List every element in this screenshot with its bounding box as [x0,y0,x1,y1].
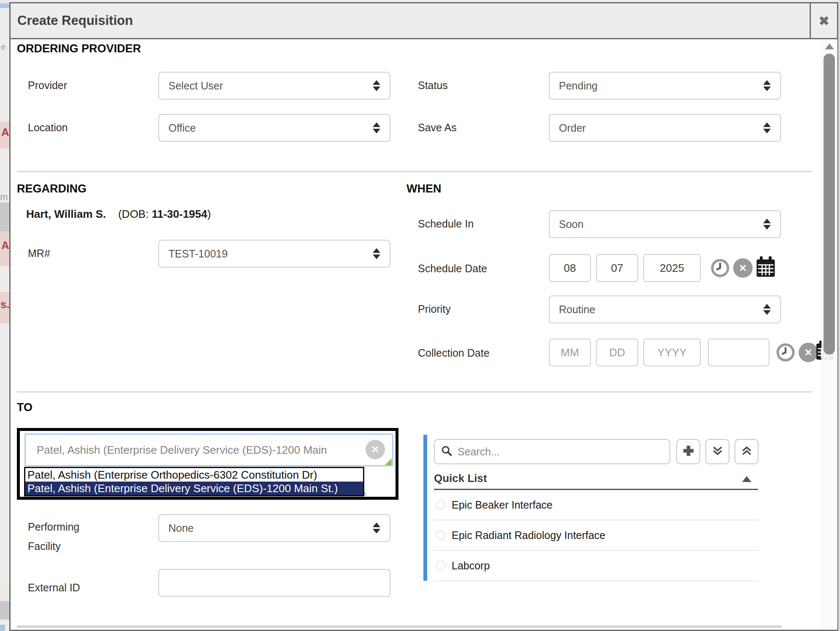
chevron-double-up-icon [740,444,753,459]
external-id-input[interactable] [158,569,390,597]
select-arrows-icon [373,122,380,133]
chevron-double-down-icon [711,444,724,459]
schedule-day-input[interactable] [596,254,638,282]
status-label: Status [418,79,448,92]
schedule-date-clear-icon[interactable] [733,258,753,278]
status-select[interactable]: Pending [549,72,781,100]
dob-close: ) [207,208,211,220]
performing-facility-label: Performing [28,521,79,533]
suggestion-item[interactable]: Patel, Ashish (Enterprise Orthopedics-63… [25,468,363,482]
section-divider [17,171,812,172]
quick-list-item[interactable]: Epic Beaker Interface [434,490,758,520]
select-arrows-icon [763,304,771,315]
screen: e A m A s. Create Requisition ✖ ORDERING… [0,0,840,631]
quick-list-collapse-icon[interactable] [742,476,751,482]
save-as-label: Save As [418,122,457,134]
select-arrows-icon [373,248,380,259]
select-arrows-icon [373,80,380,91]
schedule-date-label: Schedule Date [418,263,487,275]
plus-icon [681,444,696,460]
when-heading: WHEN [406,182,442,195]
select-arrows-icon [373,523,380,534]
priority-select[interactable]: Routine [549,295,781,323]
dob-open: (DOB: [118,208,149,220]
search-input[interactable] [457,445,664,458]
recipient-search-input[interactable] [24,433,393,466]
resize-handle[interactable] [385,458,392,465]
suggestion-item-selected[interactable]: Patel, Ashish (Enterprise Delivery Servi… [25,482,363,495]
scrollbar-thumb[interactable] [824,54,835,355]
to-heading: TO [17,401,33,414]
external-id-label: External ID [28,582,80,594]
patient-summary: Hart, William S. (DOB: 11-30-1954) [26,208,211,221]
radio-icon [436,561,446,571]
radio-icon [436,500,446,510]
performing-facility-label: Facility [28,540,61,552]
select-arrows-icon [763,219,771,230]
schedule-month-input[interactable] [549,254,591,282]
collection-month-input[interactable] [549,339,591,366]
directory-search [434,439,670,464]
expand-all-button[interactable] [705,439,729,464]
search-icon [441,445,453,458]
schedule-in-label: Schedule In [418,218,474,230]
collapse-all-button[interactable] [734,439,759,464]
mr-label: MR# [28,247,50,260]
regarding-heading: REGARDING [17,182,87,195]
schedule-time-clock-icon[interactable] [710,258,730,278]
collection-date-label: Collection Date [418,347,490,359]
select-arrows-icon [763,80,771,91]
patient-name: Hart, William S. [26,208,106,220]
collection-time-input[interactable] [708,339,770,366]
select-arrows-icon [763,122,771,133]
schedule-year-input[interactable] [643,254,701,282]
save-as-select[interactable]: Order [549,114,781,142]
recipient-suggestion-list: Patel, Ashish (Enterprise Orthopedics-63… [24,467,364,496]
schedule-in-select[interactable]: Soon [549,210,781,238]
provider-select[interactable]: Select User [158,72,390,100]
quick-list-heading: Quick List [434,472,487,485]
collection-day-input[interactable] [596,339,638,366]
footer-divider [17,626,782,628]
recipient-clear-icon[interactable] [366,440,385,459]
provider-label: Provider [28,79,67,92]
location-label: Location [28,122,68,134]
scrollbar-up-icon[interactable] [825,43,834,49]
section-divider [17,391,812,393]
dob-value: 11-30-1954 [152,208,207,220]
panel-accent-bar [423,435,427,581]
quick-list-item[interactable]: Labcorp [434,551,758,581]
ordering-provider-heading: ORDERING PROVIDER [17,42,141,55]
priority-label: Priority [418,303,451,315]
collection-year-input[interactable] [643,339,701,366]
radio-icon [436,530,446,540]
performing-facility-select[interactable]: None [158,514,390,542]
mr-select[interactable]: TEST-10019 [158,240,390,268]
quick-list-item[interactable]: Epic Radiant Radiology Interface [434,520,758,551]
add-recipient-button[interactable] [676,439,700,464]
collection-time-clock-icon[interactable] [776,343,795,362]
location-select[interactable]: Office [158,114,390,142]
schedule-date-calendar-icon[interactable] [755,255,777,280]
